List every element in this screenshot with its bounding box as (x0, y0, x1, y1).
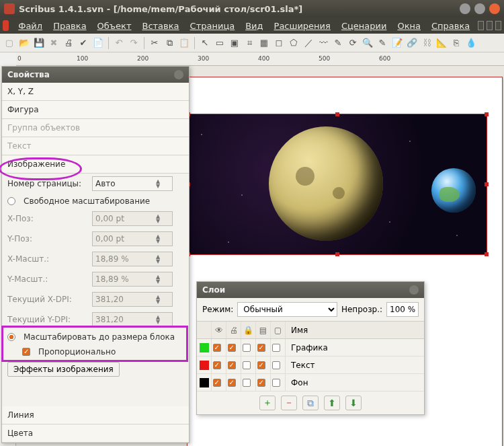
layer-print-check[interactable] (228, 379, 236, 387)
pagenum-value[interactable] (93, 179, 153, 188)
layer-delete-button[interactable]: － (281, 396, 297, 410)
menu-windows[interactable]: Окна (392, 20, 426, 32)
layer-duplicate-button[interactable]: ⧉ (302, 396, 319, 410)
story-editor-icon[interactable]: 📝 (390, 36, 404, 50)
layer-row[interactable]: Фон (197, 374, 424, 392)
pdf-icon[interactable]: 📄 (91, 36, 105, 50)
layer-print-check[interactable] (228, 361, 236, 369)
handle-n[interactable] (335, 112, 339, 116)
freescale-radio[interactable] (7, 197, 15, 205)
menu-insert[interactable]: Вставка (136, 20, 184, 32)
layer-lock-check[interactable] (243, 361, 251, 369)
handle-e[interactable] (485, 182, 489, 186)
cut-icon[interactable]: ✂ (148, 36, 161, 50)
layer-flow-check[interactable] (257, 379, 265, 387)
measure-icon[interactable]: 📐 (435, 36, 448, 50)
section-line[interactable]: Линия (2, 406, 189, 424)
layer-flow-check[interactable] (257, 361, 265, 369)
link-icon[interactable]: 🔗 (405, 36, 419, 50)
render-icon[interactable]: ⌗ (243, 36, 256, 50)
undo-icon[interactable]: ↶ (112, 36, 126, 50)
copyprops-icon[interactable]: ⎘ (450, 36, 463, 50)
section-shape[interactable]: Фигура (2, 101, 189, 119)
layer-row[interactable]: Текст (197, 357, 424, 374)
print-icon: 🖨 (230, 326, 238, 335)
eyedrop-icon[interactable]: 💧 (464, 36, 478, 50)
open-icon[interactable]: 📂 (17, 36, 31, 50)
layer-outline-check[interactable] (272, 344, 280, 352)
window-maximize[interactable] (474, 3, 485, 14)
mdi-close[interactable] (495, 21, 501, 30)
properties-panel-header[interactable]: Свойства (2, 67, 189, 83)
window-close[interactable] (489, 3, 500, 14)
opacity-input[interactable] (386, 302, 419, 317)
scale-to-frame-radio[interactable] (7, 333, 15, 341)
polygon-icon[interactable]: ⬠ (287, 36, 300, 50)
eye-icon: 👁 (215, 326, 223, 335)
mdi-minimize[interactable] (478, 21, 484, 30)
section-image[interactable]: Изображение (2, 155, 189, 174)
pagenum-select[interactable]: ▲▼ (92, 176, 173, 191)
layer-visible-check[interactable] (213, 361, 221, 369)
layer-up-button[interactable]: ⬆ (324, 396, 340, 410)
select-icon[interactable]: ↖ (198, 36, 212, 50)
close-icon[interactable]: ✖ (47, 36, 60, 50)
unlink-icon[interactable]: ⛓ (420, 36, 433, 50)
menu-edit[interactable]: Правка (48, 20, 91, 32)
layer-visible-check[interactable] (213, 344, 221, 352)
window-titlebar: Scribus 1.4.1.svn - [/home/mem/Рабочий с… (0, 0, 504, 17)
freehand-icon[interactable]: ✎ (331, 36, 345, 50)
section-colors[interactable]: Цвета (2, 424, 189, 443)
layer-outline-check[interactable] (272, 379, 280, 387)
new-icon[interactable]: ▢ (3, 36, 16, 50)
layers-name-header: Имя (291, 326, 308, 335)
menu-scripts[interactable]: Сценарии (336, 20, 392, 32)
line-icon[interactable]: ／ (302, 36, 315, 50)
window-minimize[interactable] (460, 3, 470, 14)
layer-print-check[interactable] (228, 344, 236, 352)
blend-mode-select[interactable]: Обычный (237, 302, 337, 317)
section-xyz[interactable]: X, Y, Z (2, 83, 189, 101)
layer-add-button[interactable]: ＋ (259, 396, 276, 410)
layer-lock-check[interactable] (243, 379, 251, 387)
menu-extensions[interactable]: Расширения (269, 20, 336, 32)
layer-outline-check[interactable] (272, 361, 280, 369)
properties-close-icon[interactable] (174, 70, 183, 79)
imageframe-icon[interactable]: ▣ (228, 36, 241, 50)
layer-row[interactable]: Графика (197, 339, 424, 357)
layers-close-icon[interactable] (409, 285, 419, 295)
layer-lock-check[interactable] (243, 344, 251, 352)
image-frame[interactable] (187, 114, 487, 255)
copy-icon[interactable]: ⧉ (163, 36, 176, 50)
edit-contents-icon[interactable]: ✎ (376, 36, 389, 50)
menu-help[interactable]: Справка (426, 20, 475, 32)
table-icon[interactable]: ▦ (257, 36, 271, 50)
redo-icon[interactable]: ↷ (127, 36, 140, 50)
textframe-icon[interactable]: ▭ (213, 36, 226, 50)
handle-ne[interactable] (485, 112, 489, 116)
layer-visible-check[interactable] (213, 379, 221, 387)
preflight-icon[interactable]: ✔ (77, 36, 90, 50)
print-icon[interactable]: 🖨 (62, 36, 75, 50)
proportional-check[interactable] (22, 348, 30, 356)
mdi-restore[interactable] (487, 21, 493, 30)
paste-icon[interactable]: 📋 (177, 36, 191, 50)
pagenum-label: Номер страницы: (7, 179, 88, 188)
handle-se[interactable] (485, 252, 489, 256)
layer-down-button[interactable]: ⬇ (345, 396, 362, 410)
image-effects-button[interactable]: Эффекты изображения (7, 362, 120, 377)
menu-page[interactable]: Страница (185, 20, 241, 32)
zoom-icon[interactable]: 🔍 (361, 36, 374, 50)
rotate-icon[interactable]: ⟳ (346, 36, 360, 50)
xscale-input: ▲▼ (92, 252, 173, 266)
save-icon[interactable]: 💾 (32, 36, 46, 50)
window-title: Scribus 1.4.1.svn - [/home/mem/Рабочий с… (19, 4, 302, 14)
menu-file[interactable]: Файл (13, 20, 48, 32)
layer-flow-check[interactable] (257, 344, 265, 352)
menu-view[interactable]: Вид (240, 20, 268, 32)
handle-s[interactable] (335, 252, 339, 256)
menu-object[interactable]: Объект (92, 20, 137, 32)
layers-panel-header[interactable]: Слои (197, 282, 424, 298)
shape-icon[interactable]: ◻ (272, 36, 286, 50)
bezier-icon[interactable]: 〰 (317, 36, 330, 50)
